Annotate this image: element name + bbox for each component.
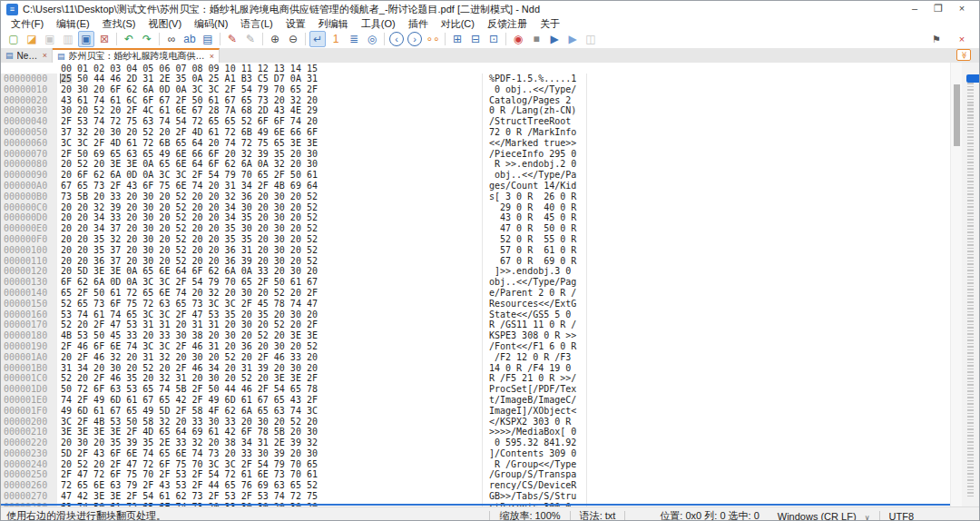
- status-encoding[interactable]: UTF8: [880, 511, 924, 521]
- hex-row[interactable]: 000002003C 2F 4B 53 50 58 32 20 33 30 33…: [1, 417, 482, 428]
- hex-bytes[interactable]: 2F 50 69 65 63 65 49 6E 66 6F 20 32 39 3…: [61, 149, 318, 160]
- hex-bytes[interactable]: 52 65 73 6F 75 72 63 65 73 3C 3C 2F 45 7…: [61, 299, 318, 310]
- nav-forward-icon[interactable]: ›: [407, 32, 422, 46]
- hex-row[interactable]: 000000702F 50 69 65 63 65 49 6E 66 6F 20…: [1, 149, 482, 160]
- ascii-line[interactable]: s[ 3 0 R 26 0 R: [483, 192, 586, 202]
- save-icon[interactable]: ▣: [42, 31, 58, 47]
- undo-icon[interactable]: ↶: [121, 31, 137, 47]
- hex-bytes[interactable]: 20 2F 46 32 20 31 32 20 30 20 52 20 2F 4…: [61, 352, 318, 363]
- hex-bytes[interactable]: 20 20 32 39 20 30 20 52 20 20 34 30 20 3…: [61, 202, 318, 213]
- menu-item-11[interactable]: 反馈注册: [481, 17, 534, 30]
- close-file-icon[interactable]: ⊠: [96, 31, 113, 47]
- ascii-line[interactable]: </KSPX2 303 0 R: [483, 417, 586, 428]
- hex-bytes[interactable]: 6F 62 6A 0D 0A 3C 3C 2F 54 79 70 65 2F 5…: [61, 277, 318, 288]
- hex-bytes[interactable]: 53 74 61 74 65 3C 3C 2F 47 53 35 20 35 2…: [61, 310, 318, 320]
- hex-bytes[interactable]: 30 20 52 20 2F 4C 61 6E 67 28 7A 68 2D 4…: [61, 105, 318, 116]
- menu-item-10[interactable]: 对比(C): [435, 17, 481, 30]
- hex-row[interactable]: 000000402F 53 74 72 75 63 74 54 72 65 65…: [1, 116, 482, 127]
- save-all-icon[interactable]: ▥: [60, 31, 76, 47]
- ascii-line[interactable]: 72 0 R /MarkInfo: [483, 127, 586, 138]
- ascii-line[interactable]: /Font<</F1 6 0 R: [483, 341, 586, 352]
- hex-row[interactable]: 000002103E 3E 3E 3E 2F 4D 65 64 69 61 42…: [1, 427, 482, 437]
- hex-bytes[interactable]: 20 20 36 37 20 30 20 52 20 20 36 39 20 3…: [61, 256, 318, 267]
- menu-item-0[interactable]: 文件(F): [5, 17, 50, 30]
- hex-row[interactable]: 000000A067 65 73 2F 43 6F 75 6E 74 20 31…: [1, 181, 482, 192]
- hex-bytes[interactable]: 72 65 6E 63 79 2F 43 53 2F 44 65 76 69 6…: [61, 480, 318, 491]
- hex-bytes[interactable]: 3C 2F 4B 53 50 58 32 20 33 30 33 20 30 2…: [61, 417, 318, 428]
- ascii-line[interactable]: 52 0 R 55 0 R: [483, 234, 586, 245]
- hex-row[interactable]: 0000015052 65 73 6F 75 72 63 65 73 3C 3C…: [1, 299, 482, 310]
- ascii-line[interactable]: GB>>/Tabs/S/Stru: [483, 491, 586, 502]
- ascii-line[interactable]: R >>.endobj.2 0: [483, 159, 586, 170]
- menu-item-8[interactable]: 工具(O): [355, 17, 402, 30]
- block-page-slider[interactable]: [962, 63, 980, 506]
- ascii-line[interactable]: ]>>.endobj.3 0: [483, 266, 586, 277]
- find-in-files-icon[interactable]: ▤: [200, 31, 216, 47]
- menu-item-1[interactable]: 编辑(E): [50, 17, 96, 30]
- ascii-line[interactable]: t/ImageB/ImageC/: [483, 395, 586, 406]
- ascii-line[interactable]: 0 R /Lang(zh-CN): [483, 105, 586, 116]
- split-view-icon[interactable]: ⊞: [449, 31, 466, 47]
- hex-bytes[interactable]: 67 65 73 2F 43 6F 75 6E 74 20 31 34 2F 4…: [61, 181, 318, 192]
- zoom-out-icon[interactable]: ⊖: [285, 31, 301, 47]
- status-eol-select[interactable]: Windows (CR LF) ∨: [769, 511, 879, 521]
- hex-bytes[interactable]: 2F 47 72 6F 75 70 2F 53 2F 54 72 61 6E 7…: [61, 469, 318, 480]
- hex-row[interactable]: 000001F049 6D 61 67 65 49 5D 2F 58 4F 62…: [1, 406, 482, 417]
- find-icon[interactable]: ∞: [163, 31, 180, 47]
- hex-editor[interactable]: 00 01 02 03 04 05 06 07 08 09 10 11 12 1…: [1, 63, 950, 506]
- ascii-line[interactable]: R /GS11 11 0 R /: [483, 319, 586, 330]
- word-wrap-icon[interactable]: ↵: [309, 31, 326, 47]
- cursor-byte[interactable]: 25: [61, 74, 72, 84]
- hex-row[interactable]: 0000003030 20 52 20 2F 4C 61 6E 67 28 7A…: [1, 105, 482, 116]
- ascii-line[interactable]: /Group/S/Transpa: [483, 469, 586, 480]
- file-info-icon[interactable]: ⊟: [467, 31, 484, 47]
- hex-bytes[interactable]: 49 6D 61 67 65 49 5D 2F 58 4F 62 6A 65 6…: [61, 406, 318, 417]
- ascii-line[interactable]: 14 0 R /F4 19 0: [483, 363, 586, 374]
- ascii-line[interactable]: 47 0 R 50 0 R: [483, 223, 586, 234]
- hex-bytes[interactable]: 65 2F 50 61 72 65 6E 74 20 32 20 30 20 5…: [61, 288, 318, 299]
- mark-pencil-icon[interactable]: ✎: [224, 31, 240, 47]
- menu-item-2[interactable]: 查找(S): [96, 17, 142, 30]
- ascii-line[interactable]: KSPE3 308 0 R >>: [483, 330, 586, 341]
- ascii-line[interactable]: ImageI]/XObject<: [483, 406, 586, 417]
- hex-bytes[interactable]: 20 30 20 35 39 35 2E 33 32 20 38 34 31 2…: [61, 437, 318, 448]
- hex-row[interactable]: 000001B031 34 20 30 20 52 20 2F 46 34 20…: [1, 363, 482, 374]
- hex-bytes[interactable]: 20 52 20 3E 3E 0A 65 6E 64 6F 62 6A 0A 3…: [61, 159, 318, 170]
- focus-mode-icon[interactable]: ◎: [364, 31, 380, 47]
- hex-bytes[interactable]: 37 32 20 30 20 52 20 2F 4D 61 72 6B 49 6…: [61, 127, 318, 138]
- hex-row[interactable]: 000001902F 46 6F 6E 74 3C 3C 2F 46 31 20…: [1, 341, 482, 352]
- ascii-line[interactable]: ges/Count 14/Kid: [483, 181, 586, 192]
- hex-bytes[interactable]: 20 6F 62 6A 0D 0A 3C 3C 2F 54 79 70 65 2…: [61, 170, 318, 181]
- hex-row[interactable]: 000001A020 2F 46 32 20 31 32 20 30 20 52…: [1, 352, 482, 363]
- menu-item-4[interactable]: 编码(N): [188, 17, 234, 30]
- hex-bytes[interactable]: 52 20 2F 47 53 31 31 20 31 31 20 30 20 5…: [61, 319, 318, 330]
- ascii-line[interactable]: 43 0 R 45 0 R: [483, 212, 586, 223]
- hex-row[interactable]: 000001E074 2F 49 6D 61 67 65 42 2F 49 6D…: [1, 395, 482, 406]
- vertical-scrollbar-thumb[interactable]: [954, 84, 960, 146]
- tab-0[interactable]: ▤New 0×: [1, 48, 53, 63]
- hex-bytes[interactable]: 47 42 3E 3E 2F 54 61 62 73 2F 53 2F 53 7…: [61, 491, 318, 502]
- ascii-line[interactable]: R /Group<</Type: [483, 459, 586, 470]
- menu-item-7[interactable]: 列编辑: [312, 17, 355, 30]
- hex-row[interactable]: 0000008020 52 20 3E 3E 0A 65 6E 64 6F 62…: [1, 159, 482, 170]
- hex-row[interactable]: 000001804B 53 50 45 33 20 33 30 38 20 30…: [1, 330, 482, 341]
- block-page-slider-handle[interactable]: [966, 74, 980, 83]
- hex-bytes[interactable]: 73 5B 20 33 20 30 20 52 20 20 32 36 20 3…: [61, 192, 318, 202]
- hex-bytes[interactable]: 20 20 35 37 20 30 20 52 20 20 36 31 20 3…: [61, 245, 318, 256]
- status-syntax[interactable]: 语法: txt: [571, 509, 625, 521]
- zoom-in-icon[interactable]: ⊕: [267, 31, 283, 47]
- hex-rows[interactable]: 0000000025 50 44 46 2D 31 2E 35 0A 25 A1…: [1, 74, 482, 506]
- run-macro-times-icon[interactable]: ▶: [564, 31, 581, 47]
- hex-mode-icon[interactable]: ▣: [78, 31, 94, 47]
- tab-1[interactable]: ▤苏州贝宝：婚纱礼服跨境电商供应链...×: [53, 48, 220, 63]
- ascii-line[interactable]: State<</GS5 5 0: [483, 310, 586, 320]
- hex-bytes[interactable]: 3C 3C 2F 4D 61 72 6B 65 64 20 74 72 75 6…: [61, 138, 318, 149]
- hex-row[interactable]: 0000026072 65 6E 63 79 2F 43 53 2F 44 65…: [1, 480, 482, 491]
- hex-bytes[interactable]: 2F 53 74 72 75 63 74 54 72 65 65 52 6F 6…: [61, 116, 318, 127]
- close-tab-icon[interactable]: ×: [43, 51, 47, 60]
- hex-bytes[interactable]: 5D 2F 43 6F 6E 74 65 6E 74 73 20 33 30 3…: [61, 448, 318, 459]
- hex-bytes[interactable]: 2F 46 6F 6E 74 3C 3C 2F 46 31 20 36 20 3…: [61, 341, 318, 352]
- hex-row[interactable]: 0000001020 30 20 6F 62 6A 0D 0A 3C 3C 2F…: [1, 84, 482, 95]
- vertical-scrollbar[interactable]: [950, 63, 962, 506]
- hex-bytes[interactable]: 25 50 44 46 2D 31 2E 35 0A 25 A1 B3 C5 D…: [61, 74, 318, 84]
